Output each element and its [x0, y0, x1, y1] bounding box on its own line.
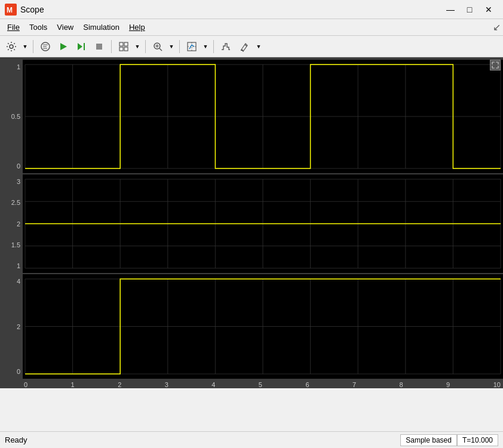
x-label-1: 1	[71, 381, 75, 388]
separator-5	[213, 40, 214, 53]
zoom-button[interactable]	[149, 38, 167, 55]
plot-expand-button[interactable]	[490, 60, 501, 70]
params-button[interactable]	[36, 38, 54, 55]
time-display: T=10.000	[457, 434, 498, 446]
y-label-3-mid: 2	[0, 323, 20, 330]
axes-button[interactable]	[183, 38, 201, 55]
layout-dropdown[interactable]: ▼	[133, 38, 142, 55]
y-label-1-min: 0	[0, 162, 20, 170]
menu-bar: File Tools View Simulation Help ↙	[0, 19, 503, 36]
svg-rect-9	[124, 42, 128, 46]
x-label-4: 4	[211, 381, 215, 388]
svg-text:M: M	[7, 6, 13, 14]
menu-simulation[interactable]: Simulation	[78, 22, 124, 33]
minimize-button[interactable]: —	[441, 1, 460, 18]
x-axis-labels: 0 1 2 3 4 5 6 7 8 9 10	[23, 380, 503, 388]
plot-1-y-axis: 1 0.5 0	[0, 60, 23, 173]
axes-group: ▼	[183, 38, 210, 55]
style-group: ▼	[236, 38, 263, 55]
svg-rect-7	[96, 44, 102, 50]
y-label-3-top: 4	[0, 278, 20, 285]
zoom-dropdown[interactable]: ▼	[167, 38, 176, 55]
close-button[interactable]: ✕	[479, 1, 498, 18]
separator-4	[179, 40, 180, 53]
step-icon	[76, 41, 87, 52]
step-button[interactable]	[72, 38, 90, 55]
plot-1-canvas-wrapper[interactable]	[23, 60, 503, 173]
window-title: Scope	[20, 5, 44, 14]
status-right: Sample based T=10.000	[400, 434, 498, 446]
y-label-2-1_5: 1.5	[0, 241, 20, 248]
x-label-0: 0	[24, 381, 27, 388]
play-button[interactable]	[54, 38, 72, 55]
toolbar: ▼	[0, 36, 503, 57]
signal-button[interactable]	[217, 38, 235, 55]
y-label-3-min: 0	[0, 368, 20, 375]
plot-1-canvas	[23, 60, 503, 173]
stop-button[interactable]	[90, 38, 108, 55]
style-icon	[240, 41, 250, 52]
x-axis-spacer	[0, 380, 23, 388]
plot-3-row: 4 2 0	[0, 274, 503, 379]
status-ready: Ready	[5, 435, 27, 444]
x-label-9: 9	[446, 381, 450, 388]
style-dropdown[interactable]: ▼	[254, 38, 263, 55]
svg-rect-20	[241, 50, 243, 51]
expand-icon	[492, 62, 499, 69]
status-bar: Ready Sample based T=10.000	[0, 431, 503, 448]
zoom-group: ▼	[149, 38, 176, 55]
y-label-2-1: 1	[0, 262, 20, 269]
sample-based-label: Sample based	[400, 434, 457, 446]
svg-point-2	[10, 45, 13, 48]
settings-group: ▼	[2, 38, 30, 55]
plot-3-canvas-wrapper[interactable]	[23, 274, 503, 379]
x-label-7: 7	[352, 381, 356, 388]
x-label-2: 2	[118, 381, 121, 388]
layout-button[interactable]	[115, 38, 133, 55]
separator-3	[145, 40, 146, 53]
svg-rect-11	[124, 47, 128, 51]
x-label-8: 8	[400, 381, 403, 388]
plot-2-canvas-wrapper[interactable]	[23, 174, 503, 273]
x-label-3: 3	[165, 381, 168, 388]
maximize-button[interactable]: □	[460, 1, 479, 18]
plot-3-y-axis: 4 2 0	[0, 274, 23, 379]
layout-icon	[118, 41, 129, 52]
axes-dropdown[interactable]: ▼	[201, 38, 210, 55]
window-controls: — □ ✕	[441, 1, 498, 18]
svg-rect-6	[84, 43, 85, 50]
menu-help[interactable]: Help	[124, 22, 150, 33]
menu-view[interactable]: View	[52, 22, 78, 33]
zoom-icon	[152, 41, 163, 52]
play-icon	[58, 41, 69, 52]
y-label-1-mid: 0.5	[0, 113, 20, 120]
sim-controls-group	[36, 38, 108, 55]
settings-dropdown[interactable]: ▼	[20, 38, 30, 55]
plot-3-canvas	[23, 274, 503, 379]
stop-icon	[94, 41, 105, 52]
x-label-5: 5	[259, 381, 262, 388]
menu-tools[interactable]: Tools	[24, 22, 52, 33]
x-axis-row: 0 1 2 3 4 5 6 7 8 9 10	[0, 380, 503, 388]
settings-button[interactable]	[2, 38, 20, 55]
svg-line-13	[160, 48, 162, 51]
layout-group: ▼	[115, 38, 142, 55]
axes-icon	[186, 41, 197, 52]
separator-2	[111, 40, 112, 53]
y-label-1-max: 1	[0, 63, 20, 70]
x-label-6: 6	[305, 381, 309, 388]
y-label-2-top: 3	[0, 178, 20, 185]
params-icon	[40, 41, 51, 52]
y-label-2-2: 2	[0, 220, 20, 228]
plot-2-canvas	[23, 174, 503, 273]
gear-icon	[6, 41, 17, 52]
y-label-2-2_5: 2.5	[0, 199, 20, 206]
menu-file[interactable]: File	[2, 22, 24, 33]
style-button[interactable]	[236, 38, 254, 55]
svg-rect-8	[119, 42, 123, 46]
plot-2-y-axis: 3 2.5 2 1.5 1	[0, 174, 23, 273]
signal-icon	[220, 41, 231, 52]
svg-rect-10	[119, 47, 123, 51]
separator-1	[33, 40, 33, 53]
plot-area: 1 0.5 0 3 2.5 2 1.5 1 4 2 0	[0, 57, 503, 388]
